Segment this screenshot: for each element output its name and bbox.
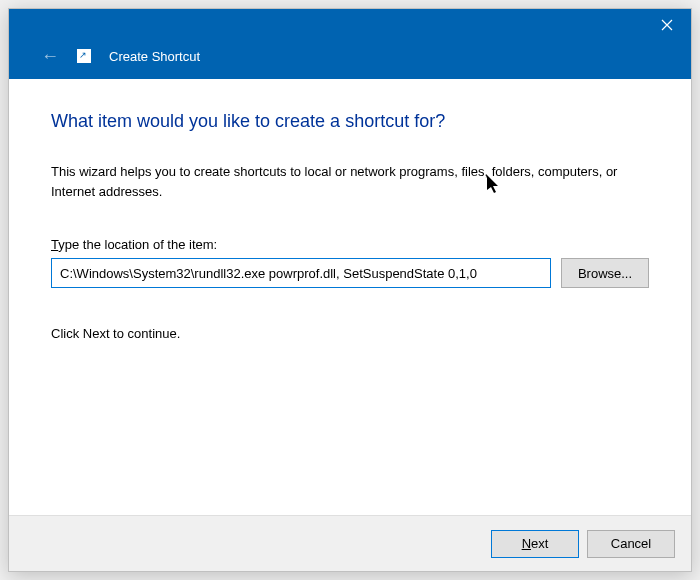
wizard-title: Create Shortcut [109, 49, 200, 64]
cancel-button[interactable]: Cancel [587, 530, 675, 558]
close-icon [661, 19, 673, 31]
close-button[interactable] [643, 9, 691, 41]
footer: Next Cancel [9, 515, 691, 571]
next-button[interactable]: Next [491, 530, 579, 558]
location-row: Browse... [51, 258, 649, 288]
back-arrow-icon: ← [41, 47, 59, 65]
location-input[interactable] [51, 258, 551, 288]
continue-instruction: Click Next to continue. [51, 326, 649, 341]
titlebar: ← Create Shortcut [9, 9, 691, 79]
page-heading: What item would you like to create a sho… [51, 111, 649, 132]
location-label: Type the location of the item: [51, 237, 649, 252]
browse-button[interactable]: Browse... [561, 258, 649, 288]
shortcut-icon [77, 49, 91, 63]
create-shortcut-wizard: ← Create Shortcut What item would you li… [8, 8, 692, 572]
wizard-description: This wizard helps you to create shortcut… [51, 162, 649, 201]
content-area: What item would you like to create a sho… [9, 79, 691, 515]
